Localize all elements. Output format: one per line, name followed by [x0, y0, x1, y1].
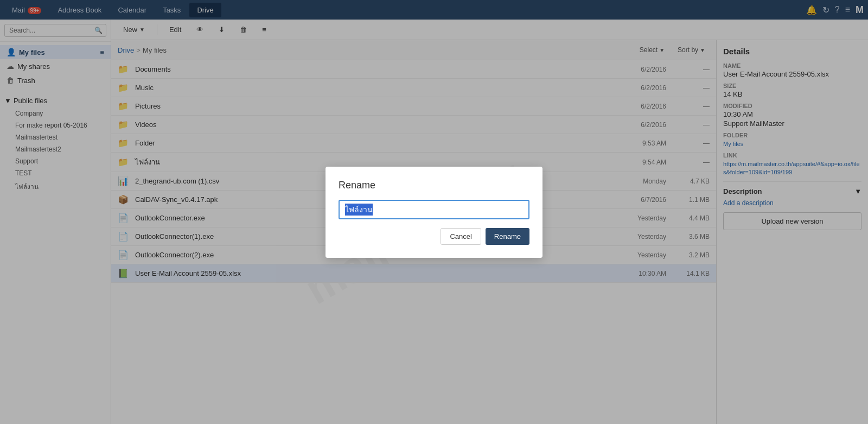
- cancel-button[interactable]: Cancel: [441, 228, 481, 245]
- modal-overlay: Rename Cancel Rename: [0, 0, 868, 424]
- rename-button[interactable]: Rename: [486, 228, 529, 245]
- rename-input[interactable]: [339, 200, 529, 219]
- rename-dialog-title: Rename: [339, 180, 529, 191]
- rename-dialog: Rename Cancel Rename: [326, 167, 542, 258]
- rename-dialog-footer: Cancel Rename: [339, 228, 529, 245]
